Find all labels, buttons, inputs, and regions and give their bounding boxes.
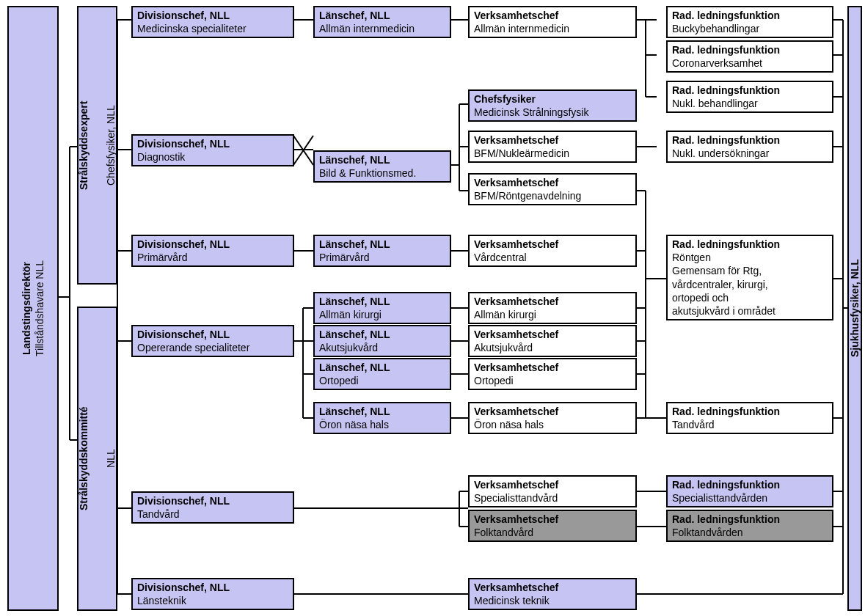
stralskyddsexpert-sub: Chefsfysiker, NLL: [104, 100, 117, 189]
div-lansteknik: Divisionschef, NLL Länsteknik: [131, 578, 294, 610]
rad-rontgen: Rad. ledningsfunktion Röntgen Gemensam f…: [666, 235, 833, 320]
stralskyddskommitte-title: Strålskyddskommitté: [77, 407, 90, 511]
landstingsdirektor-sub: Tillståndshavare NLL: [33, 260, 46, 356]
rad-coronar: Rad. ledningsfunktion Coronarverksamhet: [666, 40, 833, 73]
verk-medteknik: Verksamhetschef Medicinsk teknik: [468, 578, 637, 610]
verk-folktand: Verksamhetschef Folktandvård: [468, 510, 637, 542]
lans-internmed: Länschef, NLL Allmän internmedicin: [313, 6, 451, 38]
verk-bfmrtg: Verksamhetschef BFM/Röntgenavdelning: [468, 173, 637, 205]
svg-line-14: [293, 136, 313, 165]
div-oper: Divisionschef, NLL Opererande specialite…: [131, 325, 294, 357]
stralskyddskommitte-sub: NLL: [104, 407, 117, 511]
landstingsdirektor-box: Landstingsdirektör Tillståndshavare NLL: [7, 6, 59, 611]
verk-kirurgi: Verksamhetschef Allmän kirurgi: [468, 292, 637, 324]
div-primar: Divisionschef, NLL Primärvård: [131, 235, 294, 267]
rad-spectand: Rad. ledningsfunktion Specialisttandvård…: [666, 475, 833, 507]
div-med: Divisionschef, NLL Medicinska specialite…: [131, 6, 294, 38]
verk-bfmnukl: Verksamhetschef BFM/Nukleärmedicin: [468, 131, 637, 163]
rad-tandvard: Rad. ledningsfunktion Tandvård: [666, 402, 833, 434]
verk-ortopedi: Verksamhetschef Ortopedi: [468, 358, 637, 390]
lans-kirurgi: Länschef, NLL Allmän kirurgi: [313, 292, 451, 324]
rad-bucky: Rad. ledningsfunktion Buckybehandlingar: [666, 6, 833, 38]
stralskyddskommitte-box: StrålskyddskommittéNLL: [77, 307, 117, 611]
verk-chefsfysiker: Chefsfysiker Medicinsk Strålningsfysik: [468, 89, 637, 122]
stralskyddsexpert-box: StrålskyddsexpertChefsfysiker, NLL: [77, 6, 117, 285]
verk-oron: Verksamhetschef Öron näsa hals: [468, 402, 637, 434]
landstingsdirektor-title: Landstingsdirektör: [20, 260, 33, 356]
verk-internmed: Verksamhetschef Allmän internmedicin: [468, 6, 637, 38]
verk-spectand: Verksamhetschef Specialisttandvård: [468, 475, 637, 507]
sjukhusfysiker-title: Sjukhusfysiker, NLL: [848, 260, 861, 358]
rad-folktand: Rad. ledningsfunktion Folktandvården: [666, 510, 833, 542]
stralskyddsexpert-title: Strålskyddsexpert: [77, 100, 90, 189]
lans-akut: Länschef, NLL Akutsjukvård: [313, 325, 451, 357]
verk-vardcentral: Verksamhetschef Vårdcentral: [468, 235, 637, 267]
sjukhusfysiker-box: Sjukhusfysiker, NLL: [847, 6, 862, 611]
verk-akut: Verksamhetschef Akutsjukvård: [468, 325, 637, 357]
div-diag: Divisionschef, NLL Diagnostik: [131, 134, 294, 166]
svg-line-13: [293, 136, 313, 165]
lans-ortopedi: Länschef, NLL Ortopedi: [313, 358, 451, 390]
lans-bfm: Länschef, NLL Bild & Funktionsmed.: [313, 150, 451, 183]
rad-nuklbeh: Rad. ledningsfunktion Nukl. behandlingar: [666, 81, 833, 113]
lans-oron: Länschef, NLL Öron näsa hals: [313, 402, 451, 434]
lans-primar: Länschef, NLL Primärvård: [313, 235, 451, 267]
div-tand: Divisionschef, NLL Tandvård: [131, 491, 294, 524]
rad-nuklund: Rad. ledningsfunktion Nukl. undersökning…: [666, 131, 833, 163]
